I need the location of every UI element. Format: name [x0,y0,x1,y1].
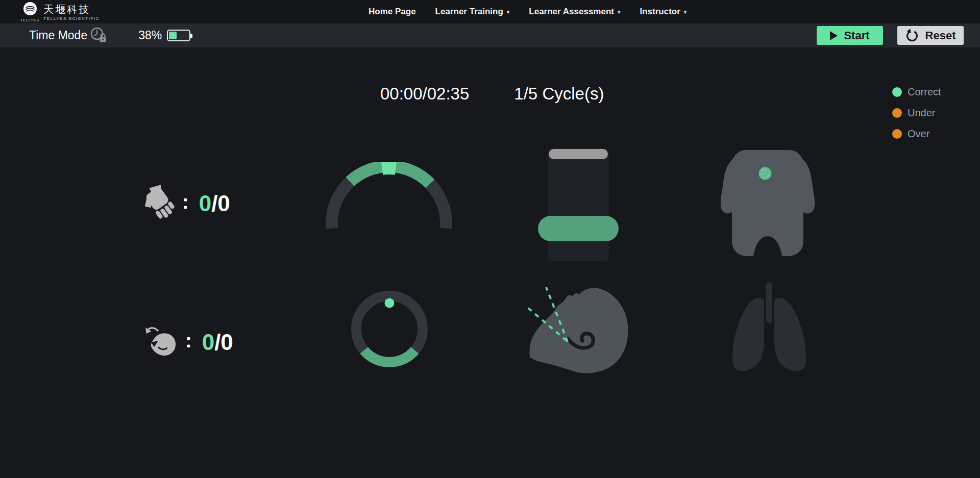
rate-marker [382,166,396,167]
main-nav: Home Page Learner Training ▾ Learner Ass… [369,0,687,23]
brand-logo[interactable]: TELLYES 天堰科技 TELLYES SCIENTIFIC [20,2,100,22]
head-tilt-view [518,282,635,386]
nav-home-page[interactable]: Home Page [369,7,416,17]
cycle-counter: 1/5 Cycle(s) [514,84,604,104]
cpr-dashboard: 00:00/02:35 1/5 Cycle(s) Correct Under O… [0,47,980,478]
session-timer: 00:00/02:35 [380,84,469,104]
play-icon [830,31,838,40]
reset-icon [905,29,919,42]
depth-target-zone [538,216,619,241]
ventilation-target-zone [364,350,415,362]
legend: Correct Under Over [892,86,941,140]
session-info: 00:00/02:35 1/5 Cycle(s) [380,84,604,104]
correct-dot-icon [892,87,902,97]
battery-status: 38% [138,29,190,42]
battery-percent-label: 38% [138,29,162,42]
lungs-icon [721,282,818,380]
compression-depth-bar [548,148,609,261]
brand-name-cn: 天堰科技 [43,4,100,15]
nav-instructor[interactable]: Instructor ▾ [640,7,687,17]
battery-fill-level [169,32,176,39]
top-nav-bar: TELLYES 天堰科技 TELLYES SCIENTIFIC Home Pag… [0,0,980,23]
depth-zero-marker [549,149,608,159]
compression-count-total: /0 [211,191,230,216]
chevron-down-icon: ▾ [684,9,687,15]
over-dot-icon [892,129,902,139]
chevron-down-icon: ▾ [507,9,510,15]
compression-rate-gauge [317,162,460,241]
ventilation-gauge [341,281,438,380]
time-mode-control[interactable]: Time Mode [29,26,108,45]
nav-learner-assessment[interactable]: Learner Assessment ▾ [529,7,620,17]
clock-lock-icon [89,26,108,45]
ventilation-count-value: 0 [202,330,214,355]
ventilation-counter: : 0 /0 [144,324,233,361]
hand-icon [144,185,175,222]
chevron-down-icon: ▾ [618,9,621,15]
brand-name-en: TELLYES SCIENTIFIC [43,16,100,21]
ventilation-marker-dot [385,298,395,308]
reset-button[interactable]: Reset [897,26,964,45]
time-mode-label: Time Mode [29,29,87,42]
logo-wordmark: TELLYES [20,18,39,22]
ventilation-count-total: /0 [214,330,233,355]
nav-learner-training[interactable]: Learner Training ▾ [435,7,510,17]
battery-icon [167,30,190,41]
torso-compression-view [714,146,822,260]
legend-item-correct: Correct [892,86,941,98]
toolbar: Time Mode 38% Start [0,23,980,47]
head-tilt-icon [144,325,178,360]
legend-item-under: Under [892,107,941,119]
legend-item-over: Over [892,128,941,140]
under-dot-icon [892,108,902,118]
compression-count-value: 0 [199,191,211,216]
compression-counter: : 0 /0 [144,185,230,222]
chest-target-dot [759,167,772,180]
start-button[interactable]: Start [817,26,883,45]
tellyes-logo-icon [23,2,37,18]
